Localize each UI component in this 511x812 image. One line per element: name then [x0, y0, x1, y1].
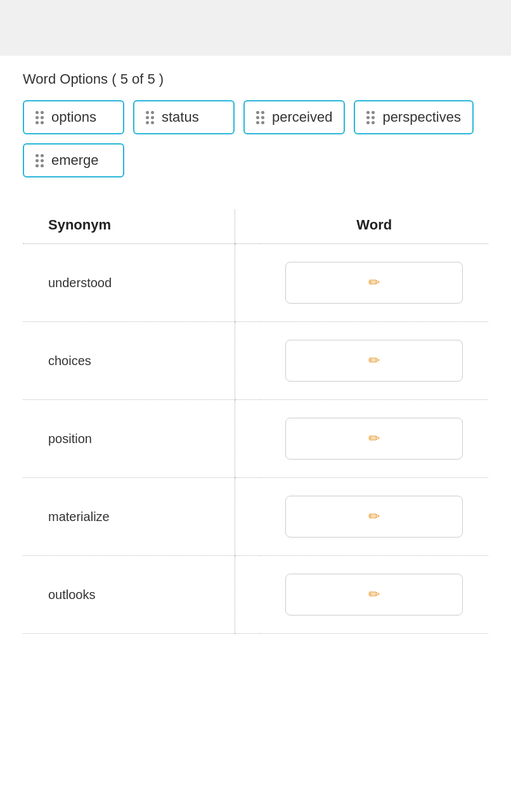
drag-icon: [366, 111, 375, 124]
word-input-box[interactable]: ✏: [285, 418, 463, 460]
word-input-cell: ✏: [261, 322, 489, 400]
word-input-cell: ✏: [261, 400, 489, 478]
synonym-cell: outlooks: [23, 556, 235, 634]
table-row: outlooks ✏: [23, 556, 488, 634]
word-input-box[interactable]: ✏: [285, 262, 463, 304]
word-chip-label: options: [51, 109, 96, 126]
synonym-table: Synonym Word understood ✏ choices ✏: [23, 209, 488, 634]
word-chips-container: options status: [23, 100, 488, 177]
column-divider: [235, 209, 261, 244]
synonym-cell: position: [23, 400, 235, 478]
word-input-box[interactable]: ✏: [285, 340, 463, 382]
synonym-column-header: Synonym: [23, 209, 235, 244]
pencil-icon: ✏: [368, 508, 380, 525]
word-input-box[interactable]: ✏: [285, 574, 463, 615]
drag-icon: [36, 154, 44, 167]
top-banner: [0, 0, 511, 56]
word-column-header: Word: [261, 209, 489, 244]
synonym-cell: choices: [23, 322, 235, 400]
main-content: Word Options ( 5 of 5 ) options: [0, 56, 511, 649]
pencil-icon: ✏: [368, 586, 380, 603]
pencil-icon: ✏: [368, 430, 380, 447]
drag-icon: [256, 111, 264, 124]
word-input-cell: ✏: [261, 478, 489, 556]
word-chip-label: status: [162, 109, 199, 126]
word-chip-label: emerge: [51, 152, 99, 169]
pencil-icon: ✏: [368, 274, 380, 291]
drag-icon: [146, 111, 154, 124]
column-divider-cell: [235, 478, 261, 556]
word-chip-label: perspectives: [382, 109, 461, 126]
pencil-icon: ✏: [368, 352, 380, 369]
word-input-cell: ✏: [261, 556, 489, 634]
word-options-title: Word Options ( 5 of 5 ): [23, 71, 488, 87]
word-chip[interactable]: emerge: [23, 143, 124, 177]
word-chip[interactable]: status: [133, 100, 235, 134]
table-row: understood ✏: [23, 244, 488, 322]
synonym-cell: understood: [23, 244, 235, 322]
word-chip-label: perceived: [272, 109, 332, 126]
column-divider-cell: [235, 322, 261, 400]
table-row: position ✏: [23, 400, 488, 478]
synonym-cell: materialize: [23, 478, 235, 556]
drag-icon: [36, 111, 44, 124]
word-chip[interactable]: perceived: [243, 100, 345, 134]
column-divider-cell: [235, 556, 261, 634]
table-row: materialize ✏: [23, 478, 488, 556]
column-divider-cell: [235, 400, 261, 478]
word-chip[interactable]: perspectives: [354, 100, 474, 134]
word-input-cell: ✏: [261, 244, 489, 322]
table-header-row: Synonym Word: [23, 209, 488, 244]
table-row: choices ✏: [23, 322, 488, 400]
column-divider-cell: [235, 244, 261, 322]
word-chip[interactable]: options: [23, 100, 124, 134]
word-input-box[interactable]: ✏: [285, 496, 463, 538]
